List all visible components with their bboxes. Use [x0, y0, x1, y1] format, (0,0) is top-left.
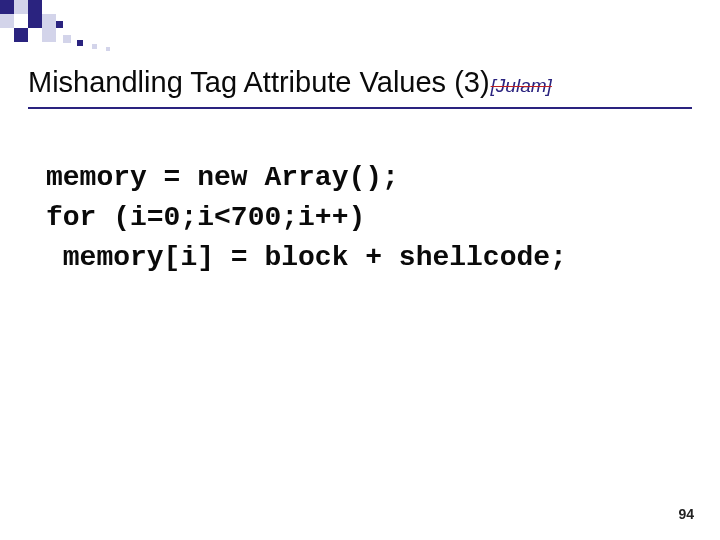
slide-title: Mishandling Tag Attribute Values (3): [28, 66, 490, 98]
code-line: memory[i] = block + shellcode;: [46, 242, 567, 273]
page-number: 94: [678, 506, 694, 522]
code-block: memory = new Array(); for (i=0;i<700;i++…: [46, 158, 690, 277]
code-line: for (i=0;i<700;i++): [46, 202, 365, 233]
slide-title-citation: [Julam]: [491, 75, 552, 96]
slide-title-area: Mishandling Tag Attribute Values (3)[Jul…: [28, 66, 690, 99]
title-underline: [28, 107, 692, 109]
corner-decor: [0, 0, 200, 55]
code-line: memory = new Array();: [46, 162, 399, 193]
